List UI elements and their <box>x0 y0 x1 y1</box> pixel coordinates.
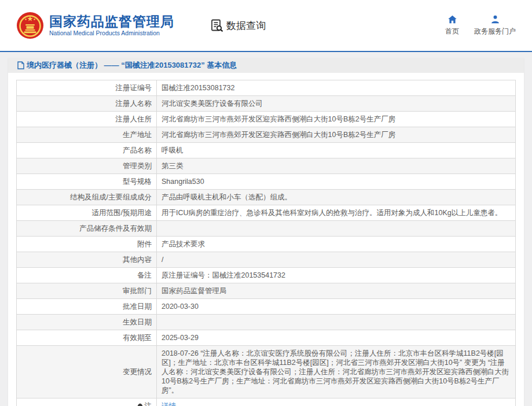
table-row: 产品储存条件及有效期 <box>17 221 516 237</box>
table-row: 型号规格Shangrila530 <box>17 174 516 190</box>
row-label: 注 <box>17 398 157 406</box>
row-value: 原注册证编号：国械注准20153541732 <box>157 268 516 283</box>
table-row: 变更情况2018-07-26 “注册人名称：北京谊安医疗系统股份有限公司；注册人… <box>17 346 516 398</box>
brand-block: 国家药品监督管理局 National Medical Products Admi… <box>49 14 174 37</box>
table-row: 注册人名称河北谊安奥美医疗设备有限公司 <box>17 96 516 112</box>
nav-gov-portal[interactable]: 政务服务门户 <box>474 14 516 36</box>
row-label: 产品名称 <box>17 143 157 158</box>
table-row: 适用范围/预期用途用于ICU病房的重症治疗、急诊科及其他科室对病人的抢救与治疗。… <box>17 205 516 221</box>
table-row: 批准日期2020-03-30 <box>17 299 516 315</box>
pin-icon <box>137 403 143 406</box>
row-value: 用于ICU病房的重症治疗、急诊科及其他科室对病人的抢救与治疗。适用对象为成人和1… <box>157 205 516 221</box>
header: 国家药品监督管理局 National Medical Products Admi… <box>0 0 532 52</box>
table-row: 附件产品技术要求 <box>17 237 516 252</box>
breadcrumb-title: 境内医疗器械（注册） —— “国械注准20153081732” 基本信息 <box>27 60 237 71</box>
document-search-icon <box>210 19 224 32</box>
row-value: 2018-07-26 “注册人名称：北京谊安医疗系统股份有限公司；注册人住所：北… <box>157 346 516 398</box>
row-label: 生效日期 <box>17 315 157 330</box>
row-value: 国家药品监督管理局 <box>157 283 516 299</box>
person-icon <box>490 14 500 24</box>
row-label: 其他内容 <box>17 252 157 268</box>
row-label: 结构及组成/主要组成成分 <box>17 190 157 205</box>
table-row: 生效日期 <box>17 315 516 330</box>
nav-data-query[interactable]: 数据查询 <box>210 19 266 32</box>
row-value: 河北谊安奥美医疗设备有限公司 <box>157 96 516 112</box>
row-value: 产品技术要求 <box>157 237 516 252</box>
row-label: 变更情况 <box>17 346 157 398</box>
table-row: 管理类别第三类 <box>17 158 516 174</box>
row-value: 2020-03-30 <box>157 299 516 315</box>
row-value: Shangrila530 <box>157 174 516 190</box>
breadcrumb: 境内医疗器械（注册） —— “国械注准20153081732” 基本信息 <box>8 58 524 73</box>
document-icon <box>17 61 24 69</box>
row-value: / <box>157 252 516 268</box>
row-label: 注册证编号 <box>17 80 157 96</box>
row-value: 河北省廊坊市三河市燕郊开发区迎宾路西侧潮白大街10号B栋2号生产厂房 <box>157 112 516 127</box>
row-label: 适用范围/预期用途 <box>17 205 157 221</box>
row-label: 备注 <box>17 268 157 283</box>
home-label: 首页 <box>445 27 459 36</box>
agency-subtitle: National Medical Products Administration <box>49 29 174 37</box>
row-label: 产品储存条件及有效期 <box>17 221 157 237</box>
table-row: 结构及组成/主要组成成分产品由呼吸机主机和小车（选配）组成。 <box>17 190 516 205</box>
registration-info-table: 注册证编号国械注准20153081732注册人名称河北谊安奥美医疗设备有限公司注… <box>16 80 516 406</box>
table-row: 注详情 <box>17 398 516 406</box>
row-value <box>157 221 516 237</box>
table-row: 产品名称呼吸机 <box>17 143 516 158</box>
row-label: 注册人住所 <box>17 112 157 127</box>
header-right-nav: 首页 政务服务门户 <box>445 14 516 36</box>
agency-title: 国家药品监督管理局 <box>49 14 174 29</box>
table-row: 其他内容/ <box>17 252 516 268</box>
page: 国家药品监督管理局 National Medical Products Admi… <box>0 0 532 406</box>
table-row: 备注原注册证编号：国械注准20153541732 <box>17 268 516 283</box>
row-value <box>157 315 516 330</box>
row-value: 国械注准20153081732 <box>157 80 516 96</box>
row-label: 管理类别 <box>17 158 157 174</box>
row-value: 河北省廊坊市三河市燕郊开发区迎宾路西侧潮白大街10号B栋2号生产厂房 <box>157 127 516 143</box>
gov-portal-label: 政务服务门户 <box>474 27 516 36</box>
row-label: 型号规格 <box>17 174 157 190</box>
row-label: 生产地址 <box>17 127 157 143</box>
home-icon <box>447 14 457 24</box>
table-row: 注册证编号国械注准20153081732 <box>17 80 516 96</box>
row-value: 详情 <box>157 398 516 406</box>
row-value: 呼吸机 <box>157 143 516 158</box>
row-value: 2025-03-29 <box>157 330 516 346</box>
row-label: 审批部门 <box>17 283 157 299</box>
content-card: 境内医疗器械（注册） —— “国械注准20153081732” 基本信息 注册证… <box>8 58 524 406</box>
row-label: 附件 <box>17 237 157 252</box>
row-label: 有效期至 <box>17 330 157 346</box>
nav-home[interactable]: 首页 <box>445 14 459 36</box>
table-row: 注册人住所河北省廊坊市三河市燕郊开发区迎宾路西侧潮白大街10号B栋2号生产厂房 <box>17 112 516 127</box>
detail-link[interactable]: 详情 <box>162 402 176 406</box>
row-label: 批准日期 <box>17 299 157 315</box>
row-label: 注册人名称 <box>17 96 157 112</box>
info-table-body: 注册证编号国械注准20153081732注册人名称河北谊安奥美医疗设备有限公司注… <box>17 80 516 406</box>
table-row: 审批部门国家药品监督管理局 <box>17 283 516 299</box>
national-emblem-logo <box>16 12 44 39</box>
table-row: 生产地址河北省廊坊市三河市燕郊开发区迎宾路西侧潮白大街10号B栋2号生产厂房 <box>17 127 516 143</box>
row-value: 产品由呼吸机主机和小车（选配）组成。 <box>157 190 516 205</box>
data-query-label: 数据查询 <box>226 19 266 32</box>
table-row: 有效期至2025-03-29 <box>17 330 516 346</box>
row-value: 第三类 <box>157 158 516 174</box>
